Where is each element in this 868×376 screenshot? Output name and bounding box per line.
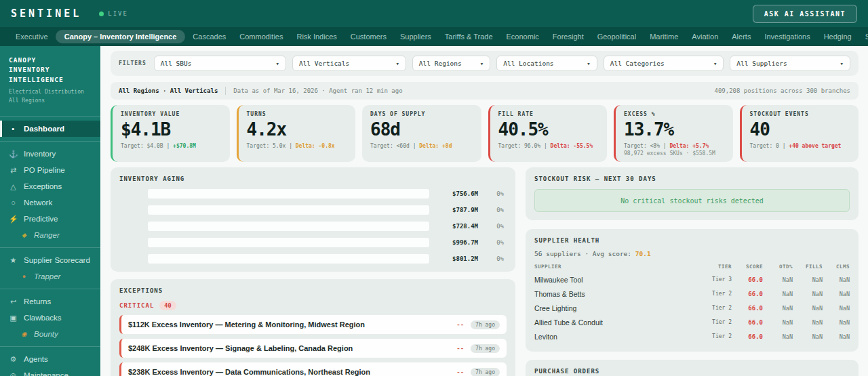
filter-regions-dropdown[interactable]: All Regions ▾ xyxy=(412,56,490,71)
main-content: FILTERS All SBUs ▾ All Verticals ▾ All R… xyxy=(100,46,868,376)
supplier-clms: NaN xyxy=(823,276,850,283)
tab-suppliers[interactable]: Suppliers xyxy=(394,30,437,43)
gear-icon: ⚙ xyxy=(9,355,18,364)
tab-risk-indices[interactable]: Risk Indices xyxy=(290,30,342,43)
sidebar-item-label: Inventory xyxy=(24,150,56,158)
kpi-label: EXCESS % xyxy=(624,111,725,117)
sidebar-item-clawbacks[interactable]: ▣ Clawbacks xyxy=(0,310,100,326)
summary-separator: · xyxy=(585,250,589,257)
sidebar-item-po-pipeline[interactable]: ⇄ PO Pipeline xyxy=(0,162,100,178)
sidebar-subtitle-line2: All Regions xyxy=(9,97,92,106)
tab-tariffs-trade[interactable]: Tariffs & Trade xyxy=(439,30,499,43)
aging-bar xyxy=(148,238,429,247)
sidebar-item-agents[interactable]: ⚙ Agents xyxy=(0,351,100,367)
kpi-label: FILL RATE xyxy=(498,111,599,117)
filters-bar: FILTERS All SBUs ▾ All Verticals ▾ All R… xyxy=(111,51,859,76)
purchase-orders-panel: PURCHASE ORDERS TOTAL OPEN 1,657 ON TRAC… xyxy=(526,360,859,376)
exception-title: $112K Excess Inventory — Metering & Moni… xyxy=(128,320,365,329)
ranger-icon: ◆ xyxy=(20,232,28,238)
filter-suppliers-dropdown[interactable]: All Suppliers ▾ xyxy=(730,56,850,71)
column-score: SCORE xyxy=(732,264,763,270)
tab-customers[interactable]: Customers xyxy=(344,30,393,43)
supplier-clms: NaN xyxy=(823,305,850,312)
filter-sbus-dropdown[interactable]: All SBUs ▾ xyxy=(154,56,286,71)
sidebar-item-exceptions[interactable]: △ Exceptions xyxy=(0,178,100,194)
avg-score-label: Avg score: xyxy=(593,250,631,257)
supplier-row[interactable]: Allied Tube & Conduit Tier 2 66.0 NaN Na… xyxy=(534,315,850,329)
filter-locations-value: All Locations xyxy=(503,60,553,67)
supplier-row[interactable]: Milwaukee Tool Tier 3 66.0 NaN NaN NaN xyxy=(534,272,850,287)
tab-commodities[interactable]: Commodities xyxy=(233,30,289,43)
chevron-down-icon: ▾ xyxy=(840,60,844,67)
supplier-table-header: SUPPLIER TIER SCORE OTD% FILLS CLMS xyxy=(534,264,850,272)
filter-categories-dropdown[interactable]: All Categories ▾ xyxy=(604,56,724,71)
maintenance-icon: ◎ xyxy=(9,371,18,376)
exception-item[interactable]: $238K Excess Inventory — Data Communicat… xyxy=(119,362,507,376)
tab-settings[interactable]: Settings xyxy=(859,30,868,43)
sidebar-item-label: Supplier Scorecard xyxy=(24,256,90,264)
aging-value: $787.9M xyxy=(429,207,478,213)
ask-ai-assistant-button[interactable]: ASK AI ASSISTANT xyxy=(753,5,857,23)
filter-verticals-value: All Verticals xyxy=(299,60,349,67)
exception-item[interactable]: $112K Excess Inventory — Metering & Moni… xyxy=(119,315,507,334)
sidebar-item-bounty[interactable]: ◉ Bounty xyxy=(0,326,100,342)
kpi-target-text: Target: 5.0x xyxy=(247,143,286,149)
filter-locations-dropdown[interactable]: All Locations ▾ xyxy=(496,56,597,71)
tab-aviation[interactable]: Aviation xyxy=(686,30,724,43)
supplier-score: 66.0 xyxy=(732,305,763,312)
sidebar-item-dashboard[interactable]: ▪ Dashboard xyxy=(0,121,100,137)
supplier-otd: NaN xyxy=(763,291,793,297)
supplier-row[interactable]: Leviton Tier 2 66.0 NaN NaN NaN xyxy=(534,329,850,343)
tab-hedging[interactable]: Hedging xyxy=(818,30,858,43)
sidebar-item-supplier-scorecard[interactable]: ★ Supplier Scorecard xyxy=(0,252,100,268)
kpi-delta: Delta: +5.7% xyxy=(669,143,709,149)
sidebar-item-predictive[interactable]: ⚡ Predictive xyxy=(0,211,100,227)
kpi-target: Target: 0 | +40 above target xyxy=(750,143,851,149)
tab-canopy-inventory-intelligence[interactable]: Canopy – Inventory Intelligence xyxy=(56,30,186,43)
filters-label: FILTERS xyxy=(119,60,146,66)
supplier-row[interactable]: Thomas & Betts Tier 2 66.0 NaN NaN NaN xyxy=(534,287,850,301)
exception-item[interactable]: $248K Excess Inventory — Signage & Label… xyxy=(119,339,507,358)
tab-foresight[interactable]: Foresight xyxy=(547,30,590,43)
sidebar-item-trapper[interactable]: ● Trapper xyxy=(0,268,100,285)
inventory-aging-panel: INVENTORY AGING $756.6M 0% $787.9M 0% xyxy=(111,167,515,272)
exceptions-title: EXCEPTIONS xyxy=(119,287,507,294)
filter-suppliers-value: All Suppliers xyxy=(736,60,787,67)
kpi-target-text: Target: <60d xyxy=(370,143,410,149)
supplier-row[interactable]: Cree Lighting Tier 2 66.0 NaN NaN NaN xyxy=(534,301,850,315)
bounty-icon: ◉ xyxy=(20,331,28,337)
sidebar-item-maintenance[interactable]: ◎ Maintenance xyxy=(0,367,100,376)
tab-alerts[interactable]: Alerts xyxy=(726,30,757,43)
kpi-card-excess-pct: EXCESS % 13.7% Target: <8% | Delta: +5.7… xyxy=(614,105,733,162)
sidebar-item-ranger[interactable]: ◆ Ranger xyxy=(0,227,100,243)
po-pipeline-icon: ⇄ xyxy=(9,166,18,175)
tab-cascades[interactable]: Cascades xyxy=(186,30,232,43)
tab-investigations[interactable]: Investigations xyxy=(758,30,816,43)
supplier-health-title: SUPPLIER HEALTH xyxy=(534,237,850,244)
warning-triangle-icon: △ xyxy=(9,182,18,191)
filter-verticals-dropdown[interactable]: All Verticals ▾ xyxy=(292,56,406,71)
column-clms: CLMS xyxy=(823,264,850,270)
purchase-orders-title: PURCHASE ORDERS xyxy=(534,368,850,375)
tab-executive[interactable]: Executive xyxy=(9,30,54,43)
kpi-delta: Delta: -55.5% xyxy=(551,143,593,149)
supplier-fills: NaN xyxy=(793,319,823,326)
inventory-icon: ⚓ xyxy=(9,150,18,159)
critical-label: CRITICAL xyxy=(119,302,154,309)
tab-maritime[interactable]: Maritime xyxy=(644,30,684,43)
chevron-down-icon: ▾ xyxy=(395,60,399,67)
sidebar-item-label: Bounty xyxy=(34,330,58,338)
tab-geopolitical[interactable]: Geopolitical xyxy=(591,30,642,43)
kpi-target-text: Target: $4.0B xyxy=(121,143,163,149)
supplier-name: Thomas & Betts xyxy=(534,290,699,298)
sidebar-item-returns[interactable]: ↩ Returns xyxy=(0,293,100,310)
kpi-card-fill-rate: FILL RATE 40.5% Target: 96.0% | Delta: -… xyxy=(488,105,608,162)
sidebar-title-line1: CANOPY xyxy=(9,56,92,65)
tab-economic[interactable]: Economic xyxy=(500,30,545,43)
kpi-card-inventory-value: INVENTORY VALUE $4.1B Target: $4.0B | +$… xyxy=(111,105,230,162)
sidebar-item-network[interactable]: ○ Network xyxy=(0,194,100,211)
kpi-separator: | xyxy=(663,143,667,149)
sidebar-item-inventory[interactable]: ⚓ Inventory xyxy=(0,146,100,162)
status-meta: Data as of Mar 16, 2026 · Agent ran 12 m… xyxy=(233,87,402,94)
sidebar-divider xyxy=(0,289,100,289)
